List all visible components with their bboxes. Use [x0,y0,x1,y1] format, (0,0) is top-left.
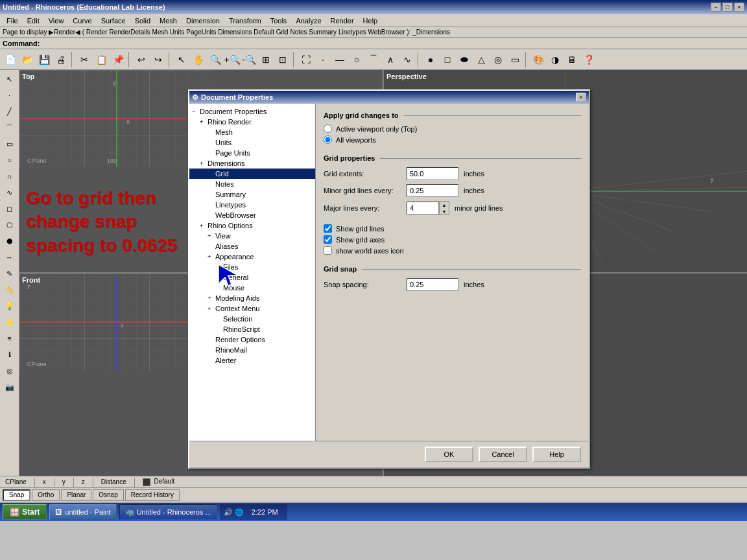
radio-all-viewports[interactable] [324,135,332,144]
tb-spline[interactable]: ∿ [399,52,415,67]
tb-plane[interactable]: ▭ [507,52,523,67]
help-button[interactable]: Help [532,447,581,462]
tree-modeling-aids[interactable]: + Modeling Aids [189,293,315,303]
menu-file[interactable]: File [3,16,22,26]
maximize-button[interactable]: □ [722,3,733,12]
tb-cylinder[interactable]: ⬬ [456,52,472,67]
record-history-button[interactable]: Record History [125,489,180,501]
taskbar-paint[interactable]: 🖼 untitled - Paint [49,504,116,520]
lt-properties[interactable]: ℹ [2,347,18,362]
tree-webbrowser[interactable]: WebBrowser [189,210,315,220]
tb-help[interactable]: ❓ [581,52,597,67]
menu-surface[interactable]: Surface [97,16,130,26]
tree-dimensions[interactable]: + Dimensions [189,158,315,169]
ortho-button[interactable]: Ortho [32,489,60,501]
show-grid-axes-checkbox[interactable] [324,235,332,244]
dialog-close-button[interactable]: × [576,93,586,102]
tree-linetypes[interactable]: Linetypes [189,200,315,210]
tree-notes[interactable]: Notes [189,179,315,189]
tb-pan[interactable]: ✋ [191,52,206,67]
major-lines-up[interactable]: ▲ [440,202,449,208]
lt-star[interactable]: ⭐ [2,314,18,330]
menu-curve[interactable]: Curve [69,16,95,26]
tree-mouse[interactable]: Mouse [189,283,315,293]
lt-freeform[interactable]: ∿ [2,185,18,200]
radio-active-viewport[interactable] [324,124,332,133]
lt-line[interactable]: ╱ [2,104,18,119]
tree-view[interactable]: + View [189,231,315,241]
lt-transform[interactable]: ↔ [2,250,18,265]
tb-point[interactable]: · [315,52,331,67]
menu-view[interactable]: View [45,16,68,26]
lt-osnap[interactable]: ◎ [2,363,18,379]
tree-render-options[interactable]: Render Options [189,334,315,345]
tb-arc[interactable]: ⌒ [366,52,381,67]
tb-snap[interactable]: ⛶ [298,52,314,67]
menu-dimension[interactable]: Dimension [182,16,224,26]
lt-layers[interactable]: ≡ [2,331,18,346]
lt-curve[interactable]: ⌒ [2,120,18,135]
tb-box[interactable]: □ [440,52,455,67]
tree-rhino-options[interactable]: + Rhino Options [189,220,315,231]
lt-circle[interactable]: ○ [2,152,18,168]
tb-render[interactable]: 🖥 [564,52,580,67]
minor-grid-lines-input[interactable] [407,184,458,197]
grid-extents-input[interactable] [407,167,458,180]
major-lines-down[interactable]: ▼ [440,208,449,215]
menu-transform[interactable]: Transform [225,16,265,26]
tb-zoom-sel[interactable]: ⊡ [275,52,290,67]
tree-rhino-render[interactable]: + Rhino Render [189,117,315,127]
menu-edit[interactable]: Edit [23,16,43,26]
tree-summary[interactable]: Summary [189,189,315,200]
tb-color[interactable]: 🎨 [530,52,546,67]
menu-tools[interactable]: Tools [267,16,291,26]
tb-copy[interactable]: 📋 [93,52,109,67]
start-button[interactable]: 🪟 Start [3,504,47,520]
tb-line[interactable]: — [332,52,348,67]
lt-render2[interactable]: 💡 [2,298,18,314]
ok-button[interactable]: OK [425,447,473,462]
lt-arc[interactable]: ∩ [2,169,18,184]
tree-files[interactable]: Files [189,262,315,272]
tb-open[interactable]: 📂 [19,52,35,67]
menu-mesh[interactable]: Mesh [156,16,181,26]
tree-appearance[interactable]: + Appearance [189,251,315,262]
show-grid-lines-checkbox[interactable] [324,224,332,233]
lt-mesh[interactable]: ⬢ [2,233,18,249]
planar-button[interactable]: Planar [61,489,91,501]
lt-solid[interactable]: ⬡ [2,217,18,233]
tree-root[interactable]: − Document Properties [189,106,315,117]
lt-select[interactable]: ↖ [2,71,18,87]
lt-edit[interactable]: ✎ [2,266,18,281]
show-world-axes-checkbox[interactable] [324,246,332,255]
tb-save[interactable]: 💾 [36,52,52,67]
tb-material[interactable]: ◑ [547,52,563,67]
lt-camera[interactable]: 📷 [2,379,18,395]
lt-surface[interactable]: ◻ [2,201,18,216]
tree-rhinomail[interactable]: RhinoMail [189,345,315,355]
menu-render[interactable]: Render [327,16,358,26]
lt-analyze[interactable]: 📏 [2,282,18,298]
tree-units[interactable]: Units [189,137,315,148]
tree-rhinoscript[interactable]: RhinoScript [189,324,315,334]
tb-redo[interactable]: ↪ [150,52,166,67]
tb-zoom-in[interactable]: +🔍 [224,52,240,67]
tb-zoom[interactable]: 🔍 [208,52,223,67]
snap-spacing-input[interactable] [407,278,458,291]
tb-select[interactable]: ↖ [174,52,189,67]
tree-page-units[interactable]: Page Units [189,148,315,158]
major-lines-input[interactable] [407,202,439,215]
tree-general[interactable]: General [189,272,315,283]
lt-rect[interactable]: ▭ [2,136,18,152]
tree-mesh[interactable]: Mesh [189,127,315,137]
tree-selection[interactable]: Selection [189,314,315,324]
tb-circle[interactable]: ○ [349,52,364,67]
cancel-button[interactable]: Cancel [479,447,527,462]
menu-analyze[interactable]: Analyze [292,16,325,26]
menu-solid[interactable]: Solid [131,16,154,26]
osnap-button[interactable]: Osnap [93,489,123,501]
taskbar-rhinoceros[interactable]: 🦏 Untitled - Rhinoceros ... [119,504,217,520]
tb-sphere[interactable]: ● [423,52,438,67]
tb-paste[interactable]: 📌 [110,52,126,67]
tb-torus[interactable]: ◎ [490,52,506,67]
